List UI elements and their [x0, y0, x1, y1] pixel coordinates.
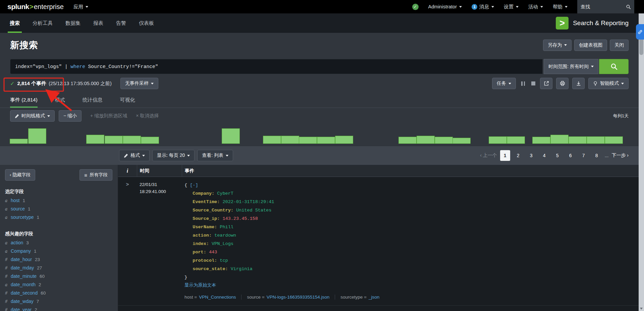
find-input[interactable] [581, 4, 626, 9]
field-item-date_minute[interactable]: #date_minute60 [5, 273, 112, 282]
field-link[interactable]: date_year [11, 307, 32, 311]
vertical-scrollbar[interactable] [639, 13, 644, 311]
page-button-2[interactable]: 2 [513, 150, 523, 161]
field-item-sourcetype[interactable]: asourcetype1 [5, 214, 112, 223]
field-link[interactable]: sourcetype [11, 214, 34, 220]
histogram-bar[interactable] [417, 136, 435, 144]
histogram-bar[interactable] [587, 136, 605, 144]
all-fields-button[interactable]: ≡所有字段 [79, 169, 112, 181]
histogram-bar[interactable] [299, 137, 317, 144]
json-value[interactable]: 443 [209, 250, 217, 255]
field-item-source[interactable]: asource1 [5, 206, 112, 214]
meta-value-link[interactable]: VPN-logs-1663593355154.json [267, 295, 330, 300]
page-button-8[interactable]: 8 [592, 150, 602, 161]
zoom-to-selection-button[interactable]: + 缩放到所选区域 [90, 113, 127, 119]
page-button-3[interactable]: 3 [526, 150, 536, 161]
user-menu[interactable]: Administrator [428, 4, 462, 9]
pinned-extension-icon[interactable] [636, 24, 644, 40]
nav-tab-1[interactable]: 搜索 [3, 13, 26, 33]
histogram-bar[interactable] [123, 136, 141, 144]
json-value[interactable]: 143.23.45.158 [222, 216, 258, 221]
create-table-view-button[interactable]: 创建表视图 [574, 40, 607, 51]
field-link[interactable]: source [11, 206, 25, 211]
page-button-4[interactable]: 4 [539, 150, 549, 161]
json-value[interactable]: Virginia [231, 266, 253, 271]
histogram-bar[interactable] [10, 139, 28, 144]
field-item-date_year[interactable]: #date_year2 [5, 307, 112, 311]
result-tab-2[interactable]: 模式 [55, 97, 65, 108]
histogram-bar[interactable] [335, 136, 353, 144]
histogram-bar[interactable] [532, 137, 550, 144]
job-menu-button[interactable]: 任务 [492, 78, 516, 89]
field-item-Company[interactable]: aCompany1 [5, 248, 112, 257]
share-job-button[interactable] [540, 78, 552, 89]
health-status-icon[interactable]: ✓ [412, 4, 419, 10]
app-name[interactable]: Search & Reporting [573, 19, 629, 27]
field-link[interactable]: date_mday [11, 265, 34, 270]
field-link[interactable]: date_wday [11, 299, 34, 304]
histogram-bar[interactable] [507, 136, 525, 144]
json-value[interactable]: CyberT [217, 191, 233, 196]
show-raw-text-link[interactable]: 显示为原始文本 [184, 282, 216, 288]
json-value[interactable]: Phill [220, 225, 233, 230]
field-link[interactable]: date_month [11, 282, 36, 287]
histogram-bar[interactable] [141, 137, 159, 144]
pause-job-button[interactable] [520, 81, 527, 86]
field-item-date_month[interactable]: adate_month2 [5, 282, 112, 290]
nav-tab-3[interactable]: 数据集 [59, 13, 87, 33]
histogram-bar[interactable] [605, 136, 623, 144]
field-link[interactable]: host [11, 198, 19, 203]
per-page-selector[interactable]: 显示: 每页 20 [152, 150, 195, 161]
histogram-bar[interactable] [435, 137, 453, 144]
nav-tab-6[interactable]: 仪表板 [132, 13, 160, 33]
next-page-button[interactable]: 下一步 › [611, 152, 629, 159]
messages-menu[interactable]: 1消息 [472, 4, 494, 10]
page-button-6[interactable]: 6 [566, 150, 576, 161]
global-find-box[interactable] [577, 0, 634, 13]
json-value[interactable]: 2022-01-31T18:29:41 [222, 199, 274, 204]
histogram-bar[interactable] [398, 137, 417, 144]
format-results-button[interactable]: 格式 [119, 150, 150, 161]
stop-job-button[interactable] [530, 81, 536, 85]
collapse-json-button[interactable]: [-] [190, 183, 198, 188]
search-reporting-app-icon[interactable]: > [556, 17, 569, 29]
prev-page-button[interactable]: ‹ 上一个 [480, 152, 497, 159]
field-item-host[interactable]: ahost1 [5, 198, 112, 206]
export-button[interactable] [572, 78, 585, 89]
histogram-bar[interactable] [317, 137, 335, 144]
histogram-bar[interactable] [489, 136, 507, 144]
nav-tab-4[interactable]: 报表 [87, 13, 110, 33]
page-button-5[interactable]: 5 [552, 150, 562, 161]
event-sampling-button[interactable]: 无事件采样 [120, 78, 158, 89]
field-item-date_mday[interactable]: #date_mday27 [5, 265, 112, 273]
histogram-bar[interactable] [263, 136, 281, 144]
field-item-action[interactable]: aaction3 [5, 240, 112, 248]
activity-menu[interactable]: 活动 [528, 4, 543, 10]
histogram-bar[interactable] [281, 136, 299, 144]
json-value[interactable]: tcp [220, 258, 228, 263]
field-item-date_wday[interactable]: #date_wday7 [5, 299, 112, 307]
field-item-date_hour[interactable]: #date_hour23 [5, 257, 112, 265]
close-button[interactable]: 关闭 [610, 40, 629, 51]
expand-event-icon[interactable]: > [126, 309, 129, 311]
zoom-out-button[interactable]: − 缩小 [59, 110, 82, 122]
field-link[interactable]: Company [11, 248, 31, 254]
help-menu[interactable]: 帮助 [553, 4, 568, 10]
view-mode-selector[interactable]: 查看: 列表 [197, 150, 233, 161]
json-value[interactable]: United States [236, 208, 271, 213]
time-range-picker[interactable]: 时间范围: 所有时间 [544, 59, 598, 74]
splunk-logo[interactable]: splunk>enterprise [7, 3, 64, 11]
deselect-button[interactable]: × 取消选择 [136, 113, 159, 119]
timeline-histogram[interactable] [0, 124, 644, 146]
settings-menu[interactable]: 设置 [504, 4, 519, 10]
field-item-date_second[interactable]: #date_second60 [5, 290, 112, 299]
save-as-button[interactable]: 另存为 [543, 40, 572, 51]
histogram-bar[interactable] [452, 138, 471, 144]
page-button-7[interactable]: 7 [579, 150, 589, 161]
search-mode-button[interactable]: 智能模式 [588, 78, 629, 89]
page-button-1[interactable]: 1 [500, 150, 510, 161]
result-tab-3[interactable]: 统计信息 [83, 97, 103, 108]
nav-tab-2[interactable]: 分析工具 [26, 13, 59, 33]
app-menu[interactable]: 应用 [73, 4, 88, 10]
meta-value-link[interactable]: _json [369, 295, 379, 300]
